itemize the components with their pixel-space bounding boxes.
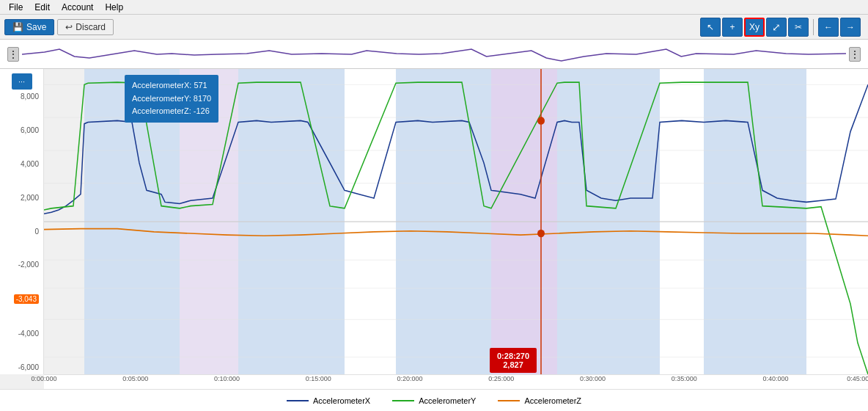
back-button[interactable]: ← <box>818 18 839 37</box>
legend-item-y: AccelerometerY <box>392 396 476 405</box>
toolbar-separator <box>813 19 814 35</box>
forward-button[interactable]: → <box>840 18 861 37</box>
legend-item-z: AccelerometerZ <box>498 396 581 405</box>
y-label-6000: 6,000 <box>21 126 39 134</box>
y-label-0: 0 <box>34 228 39 236</box>
legend-label-z: AccelerometerZ <box>524 396 581 405</box>
crosshair-tool-button[interactable]: + <box>722 18 743 37</box>
x-tick-4: 0:20:000 <box>397 375 423 382</box>
y-label-neg2000: -2,000 <box>18 261 39 269</box>
y-label-neg6000: -6,000 <box>18 363 39 371</box>
minimap-left-handle[interactable]: ⋮ <box>7 47 19 62</box>
x-tick-5: 0:25:000 <box>488 375 514 382</box>
discard-icon: ↩ <box>65 22 73 32</box>
toolbar-left: 💾 Save ↩ Discard <box>4 19 114 35</box>
toolbar: 💾 Save ↩ Discard ↖ + Xy ⤢ ✂ ← → <box>0 15 868 40</box>
x-tick-7: 0:35:000 <box>672 375 697 382</box>
menu-bar: File Edit Account Help <box>0 0 868 15</box>
save-button[interactable]: 💾 Save <box>4 19 54 35</box>
discard-label: Discard <box>76 22 106 32</box>
minimap: ⋮ ⋮ <box>0 40 868 69</box>
legend-line-y <box>392 400 414 401</box>
menu-file[interactable]: File <box>3 2 29 12</box>
menu-account[interactable]: Account <box>56 2 99 12</box>
xy-tool-button[interactable]: Xy <box>744 18 765 37</box>
discard-button[interactable]: ↩ Discard <box>57 19 114 35</box>
x-tick-2: 0:10:000 <box>214 375 240 382</box>
chart-area[interactable]: AccelerometerX: 571 AccelerometerY: 8170… <box>44 69 868 374</box>
menu-edit[interactable]: Edit <box>29 2 56 12</box>
svg-point-23 <box>537 230 545 238</box>
x-tick-9: 0:45:000 <box>847 375 868 382</box>
x-tick-3: 0:15:000 <box>306 375 331 382</box>
cursor-tool-button[interactable]: ↖ <box>700 18 721 37</box>
chart-options-button[interactable]: ··· <box>12 73 32 90</box>
legend-label-y: AccelerometerY <box>419 396 476 405</box>
chart-legend: AccelerometerX AccelerometerY Accelerome… <box>0 389 868 411</box>
y-axis: 8,000 6,000 4,000 2,000 0 -2,000 -3,043 … <box>1 90 42 374</box>
x-tick-8: 0:40:000 <box>763 375 789 382</box>
legend-item-x: AccelerometerX <box>287 396 370 405</box>
toolbar-right: ↖ + Xy ⤢ ✂ ← → <box>700 18 861 37</box>
x-tick-6: 0:30:000 <box>580 375 606 382</box>
legend-line-x <box>287 400 309 401</box>
minimap-right-handle[interactable]: ⋮ <box>849 47 861 62</box>
zoom-tool-button[interactable]: ⤢ <box>766 18 787 37</box>
x-tick-1: 0:05:000 <box>122 375 148 382</box>
scissors-tool-button[interactable]: ✂ <box>788 18 809 37</box>
save-label: Save <box>26 22 46 32</box>
save-icon: 💾 <box>12 22 23 32</box>
x-tick-0: 0:00:000 <box>31 375 56 382</box>
svg-point-22 <box>537 117 545 125</box>
y-label-neg3043: -3,043 <box>14 294 39 304</box>
y-label-8000: 8,000 <box>21 92 39 101</box>
legend-line-z <box>498 400 520 401</box>
y-label-neg4000: -4,000 <box>18 330 39 338</box>
minimap-track[interactable] <box>22 43 846 65</box>
y-label-4000: 4,000 <box>21 160 39 168</box>
y-label-2000: 2,000 <box>21 194 39 202</box>
legend-label-x: AccelerometerX <box>313 396 370 405</box>
xy-label: Xy <box>749 22 760 32</box>
x-axis-row: 0:00:000 0:05:000 0:10:000 0:15:000 0:20… <box>44 374 868 389</box>
chart-sidebar: ··· 8,000 6,000 4,000 2,000 0 -2,000 -3,… <box>0 69 44 374</box>
menu-help[interactable]: Help <box>99 2 129 12</box>
